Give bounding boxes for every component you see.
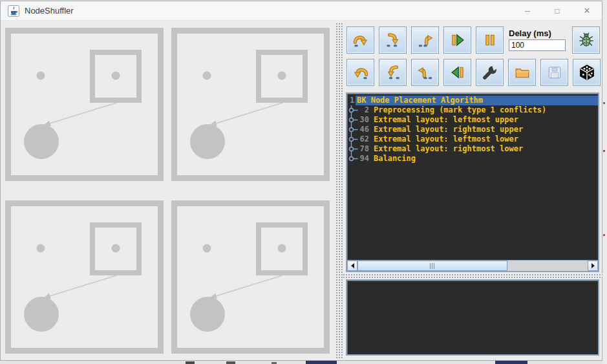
output-panel xyxy=(346,279,599,356)
delay-label: Delay (ms) xyxy=(509,28,551,38)
step-over-forward-button[interactable] xyxy=(346,27,374,54)
step-into-forward-icon xyxy=(385,32,401,48)
pause-button[interactable] xyxy=(476,27,504,54)
play-backward-button[interactable] xyxy=(443,59,471,86)
tree-row[interactable]: 30Extremal layout: leftmost upper xyxy=(347,115,598,125)
bug-icon xyxy=(578,32,595,48)
tree-row[interactable]: 62Extremal layout: leftmost lower xyxy=(347,134,598,144)
step-out-backward-button[interactable] xyxy=(411,59,439,86)
tree-line-number: 1 xyxy=(347,96,356,105)
graph-preview-quadrant xyxy=(5,28,164,184)
floppy-icon xyxy=(546,64,563,81)
desktop-edge-right xyxy=(602,0,607,364)
split-divider-horizontal[interactable] xyxy=(343,273,602,278)
left-arrow-icon xyxy=(351,263,354,268)
desktop-edge xyxy=(0,361,607,364)
tree-line-number: 94 xyxy=(359,154,369,164)
tree-row-label: Balancing xyxy=(374,154,416,164)
scroll-left-button[interactable] xyxy=(347,261,357,271)
maximize-button[interactable]: □ xyxy=(542,1,572,20)
step-into-backward-button[interactable] xyxy=(379,59,407,86)
step-over-backward-icon xyxy=(352,64,369,81)
pause-icon xyxy=(482,32,498,48)
window-title: NodeShuffler xyxy=(25,6,74,16)
step-into-forward-button[interactable] xyxy=(379,27,407,54)
tree-row-label: Extremal layout: rightmost upper xyxy=(374,125,523,134)
scrollbar-thumb[interactable] xyxy=(357,261,507,271)
tree-row[interactable]: 1BK Node Placement Algorithm xyxy=(347,96,598,105)
step-into-backward-icon xyxy=(385,64,401,81)
tree-row[interactable]: 78Extremal layout: rightmost lower xyxy=(347,144,598,154)
tree-row-label: Preprocessing (mark type 1 conflicts) xyxy=(374,105,546,115)
right-arrow-icon xyxy=(591,263,595,268)
debug-button[interactable] xyxy=(572,27,600,54)
tree-horizontal-scrollbar[interactable] xyxy=(347,260,598,271)
window-controls: ─ □ ✕ xyxy=(513,1,602,20)
split-divider-vertical[interactable] xyxy=(335,23,343,359)
tree-expand-handle-icon[interactable] xyxy=(347,134,359,144)
tree-expand-handle-icon[interactable] xyxy=(347,125,359,134)
java-app-icon xyxy=(8,5,19,17)
delay-input[interactable] xyxy=(509,39,566,51)
tree-line-number: 46 xyxy=(359,125,369,134)
step-over-forward-icon xyxy=(352,32,369,48)
save-button[interactable] xyxy=(540,59,568,86)
graph-preview-quadrant xyxy=(5,200,164,356)
algorithm-tree: 1BK Node Placement Algorithm 2Preprocess… xyxy=(347,94,598,260)
graph-preview-quadrant xyxy=(171,28,330,184)
tree-line-number: 62 xyxy=(359,134,369,144)
titlebar: NodeShuffler ─ □ ✕ xyxy=(1,1,602,21)
tree-row[interactable]: 2Preprocessing (mark type 1 conflicts) xyxy=(347,105,598,115)
scrollbar-grip-icon xyxy=(430,263,436,269)
step-over-backward-button[interactable] xyxy=(346,59,374,86)
graph-preview-quadrant xyxy=(171,200,330,356)
tree-row[interactable]: 46Extremal layout: rightmost upper xyxy=(347,125,598,134)
wrench-icon xyxy=(482,64,498,81)
tree-line-number: 78 xyxy=(359,144,369,154)
algorithm-tree-panel: 1BK Node Placement Algorithm 2Preprocess… xyxy=(346,92,599,272)
screen: NodeShuffler ─ □ ✕ xyxy=(0,0,607,364)
tree-expand-handle-icon[interactable] xyxy=(347,154,359,164)
tree-selection: BK Node Placement Algorithm xyxy=(356,96,598,105)
play-forward-button[interactable] xyxy=(443,27,471,54)
folder-icon xyxy=(514,64,531,81)
step-out-forward-button[interactable] xyxy=(411,27,439,54)
play-forward-icon xyxy=(449,32,466,48)
tree-row-label: BK Node Placement Algorithm xyxy=(357,96,483,105)
play-backward-icon xyxy=(449,64,466,81)
minimize-button[interactable]: ─ xyxy=(513,1,542,20)
tree-row[interactable]: 94Balancing xyxy=(347,154,598,164)
tree-row-label: Extremal layout: leftmost upper xyxy=(374,115,518,125)
tree-row-label: Extremal layout: leftmost lower xyxy=(374,134,518,144)
app-window: NodeShuffler ─ □ ✕ xyxy=(0,1,602,361)
open-button[interactable] xyxy=(508,59,536,86)
tree-expand-handle-icon[interactable] xyxy=(347,115,359,125)
close-button[interactable]: ✕ xyxy=(572,1,602,20)
tree-line-number: 30 xyxy=(359,115,369,125)
scroll-right-button[interactable] xyxy=(588,261,598,271)
tree-expand-handle-icon[interactable] xyxy=(347,144,359,154)
step-out-forward-icon xyxy=(417,32,434,48)
tree-row-label: Extremal layout: rightmost lower xyxy=(374,144,523,154)
step-out-backward-icon xyxy=(417,64,434,81)
dice-icon xyxy=(579,64,595,81)
tree-line-number: 2 xyxy=(359,105,369,115)
random-button[interactable] xyxy=(573,59,601,86)
tools-button[interactable] xyxy=(476,59,504,86)
tree-expand-handle-icon[interactable] xyxy=(347,105,359,115)
